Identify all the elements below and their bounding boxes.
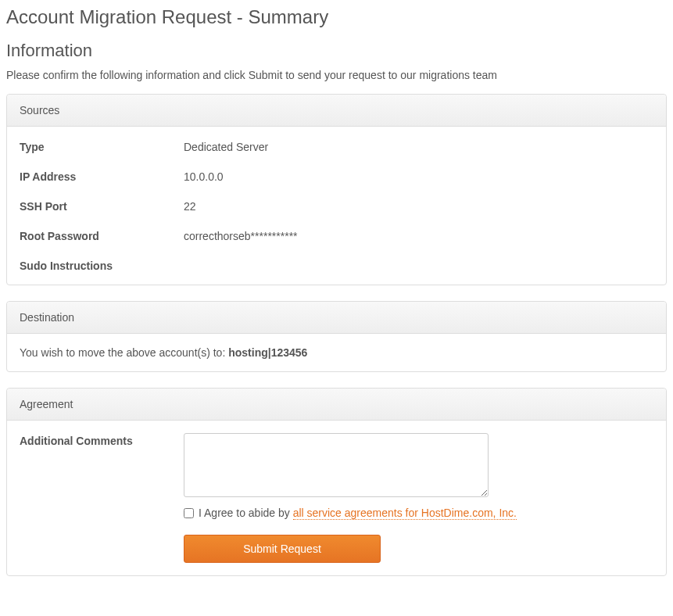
destination-panel: Destination You wish to move the above a… xyxy=(6,301,667,372)
sources-panel: Sources Type Dedicated Server IP Address… xyxy=(6,94,667,285)
agree-link[interactable]: all service agreements for HostDime.com,… xyxy=(293,507,517,520)
agreement-header: Agreement xyxy=(7,389,666,421)
intro-text: Please confirm the following information… xyxy=(6,69,667,81)
label-type: Type xyxy=(20,139,184,153)
comments-label: Additional Comments xyxy=(20,433,184,447)
label-ssh: SSH Port xyxy=(20,199,184,213)
destination-header: Destination xyxy=(7,302,666,334)
destination-text: You wish to move the above account(s) to… xyxy=(20,346,307,359)
destination-target: hosting|123456 xyxy=(228,346,307,359)
value-type: Dedicated Server xyxy=(184,139,268,153)
row-type: Type Dedicated Server xyxy=(20,139,653,153)
row-sudo: Sudo Instructions xyxy=(20,258,653,272)
label-password: Root Password xyxy=(20,228,184,242)
row-ssh: SSH Port 22 xyxy=(20,199,653,213)
label-sudo: Sudo Instructions xyxy=(20,258,184,272)
section-title: Information xyxy=(6,41,667,61)
agree-prefix: I Agree to abide by xyxy=(199,507,293,519)
destination-prefix: You wish to move the above account(s) to… xyxy=(20,346,228,359)
sources-header: Sources xyxy=(7,95,666,127)
label-ip: IP Address xyxy=(20,169,184,183)
row-ip: IP Address 10.0.0.0 xyxy=(20,169,653,183)
agreement-panel: Agreement Additional Comments I Agree to… xyxy=(6,388,667,576)
agree-checkbox[interactable] xyxy=(184,508,194,518)
agree-label: I Agree to abide by all service agreemen… xyxy=(199,507,517,519)
submit-button[interactable]: Submit Request xyxy=(184,535,381,563)
row-password: Root Password correcthorseb*********** xyxy=(20,228,653,242)
comments-input[interactable] xyxy=(184,433,489,497)
value-ip: 10.0.0.0 xyxy=(184,169,224,183)
page-title: Account Migration Request - Summary xyxy=(6,6,667,28)
value-ssh: 22 xyxy=(184,199,196,213)
value-password: correcthorseb*********** xyxy=(184,228,298,242)
